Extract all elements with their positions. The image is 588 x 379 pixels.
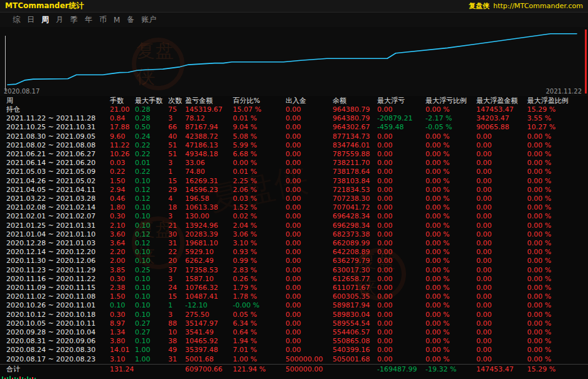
table-cell: 0.00 <box>284 230 331 239</box>
table-cell: 2021.10.25 ~ 2021.10.31 <box>0 123 109 132</box>
table-cell: 74.80 <box>184 168 232 176</box>
column-header-2[interactable]: 最大手数 <box>134 96 167 105</box>
table-row[interactable]: 2020.09.28 ~ 2020.10.041.340.27103541.49… <box>0 328 588 337</box>
table-cell: -459.48 <box>376 123 424 132</box>
table-row[interactable]: 2021.01.04 ~ 2021.01.103.600.123020283.3… <box>0 230 588 239</box>
menu-item-zong[interactable]: 综 <box>13 14 20 25</box>
column-header-1[interactable]: 手数 <box>109 96 134 105</box>
table-cell: 0.84 <box>109 114 134 123</box>
table-row[interactable]: 2020.12.28 ~ 2021.01.033.640.123119681.1… <box>0 239 588 248</box>
table-cell: 0.00 <box>475 266 526 275</box>
table-row[interactable]: 2020.08.31 ~ 2020.09.063.800.103810465.9… <box>0 337 588 346</box>
table-cell: 121.94 % <box>232 364 284 375</box>
brand-url-link[interactable]: http://MTCommander.com <box>493 2 583 10</box>
menu-item-bi[interactable]: 币 <box>99 14 107 25</box>
table-row[interactable]: 2020.11.30 ~ 2020.12.062.000.10206262.49… <box>0 257 588 265</box>
menu-item-zhanghu[interactable]: 账户 <box>141 14 156 25</box>
table-cell: 612658.77 <box>331 275 376 284</box>
chart-right-marker[interactable] <box>585 29 587 93</box>
table-cell: 0.00 % <box>424 150 475 159</box>
table-row[interactable]: 2021.08.02 ~ 2021.08.0811.220.225147186.… <box>0 141 588 150</box>
table-cell: 4 <box>167 195 184 203</box>
table-row[interactable]: 持仓21.000.2875145319.6715.07 %0.00964380.… <box>0 105 588 114</box>
table-cell: 1.00 % <box>232 355 284 365</box>
table-row[interactable]: 2020.11.02 ~ 2020.11.081.500.101510487.4… <box>0 292 588 301</box>
menu-item-bei[interactable]: 备 <box>127 14 134 25</box>
column-header-10[interactable]: 最大浮盈金额 <box>475 96 526 105</box>
table-cell: 0.00 <box>475 150 526 159</box>
table-cell: 3.80 <box>109 337 134 346</box>
table-cell: 696428.34 <box>331 212 376 221</box>
table-cell: 1 <box>167 301 184 310</box>
table-cell: 1.78 % <box>232 292 284 301</box>
column-header-8[interactable]: 最大浮亏 <box>376 96 424 105</box>
table-cell: 15.07 % <box>232 105 284 114</box>
table-row[interactable]: 2021.04.26 ~ 2021.05.021.500.101516269.3… <box>0 177 588 186</box>
table-row[interactable]: 2020.10.12 ~ 2020.10.180.300.103275.500.… <box>0 311 588 319</box>
table-cell: 0.00 % <box>424 177 475 186</box>
table-cell <box>167 364 184 375</box>
table-cell: 10613.38 <box>184 203 232 212</box>
column-header-0[interactable]: 周 <box>0 96 109 105</box>
table-row[interactable]: 2021.04.05 ~ 2021.04.112.940.122914596.2… <box>0 186 588 195</box>
column-header-3[interactable]: 次数 <box>167 96 184 105</box>
table-row[interactable]: 2020.11.16 ~ 2020.11.220.300.1031587.100… <box>0 275 588 284</box>
column-header-7[interactable]: 余额 <box>331 96 376 105</box>
table-cell: 0.00 <box>475 177 526 186</box>
menu-item-nian[interactable]: 年 <box>85 14 92 25</box>
table-cell: 738178.64 <box>331 168 376 176</box>
table-row[interactable]: 2021.06.14 ~ 2021.06.200.030.01333.060.0… <box>0 159 588 168</box>
table-cell: 2020.12.14 ~ 2020.12.20 <box>0 248 109 257</box>
table-cell: 0.00 <box>376 311 424 319</box>
column-header-9[interactable]: 最大浮亏比例 <box>424 96 475 105</box>
menu-item-yue[interactable]: 月 <box>56 14 63 25</box>
table-cell: 35147.97 <box>184 319 232 328</box>
table-cell: 0.25 <box>134 266 167 275</box>
table-cell: 0.00 % <box>424 355 475 365</box>
table-row[interactable]: 2021.10.25 ~ 2021.10.3117.880.506687167.… <box>0 123 588 132</box>
table-row[interactable]: 2021.08.30 ~ 2021.09.059.600.244042388.7… <box>0 132 588 141</box>
mini-histogram <box>0 375 588 379</box>
table-cell: 0.26 % <box>232 275 284 284</box>
table-cell: 0.00 <box>284 212 331 221</box>
table-cell: 0.00 % <box>526 239 588 248</box>
column-header-5[interactable]: 百分比% <box>232 96 284 105</box>
column-header-6[interactable]: 出入金 <box>284 96 331 105</box>
table-row[interactable]: 2021.05.03 ~ 2021.05.090.220.22174.800.0… <box>0 168 588 176</box>
table-row[interactable]: 2020.08.24 ~ 2020.08.3014.011.004935397.… <box>0 346 588 355</box>
table-row[interactable]: 2020.11.09 ~ 2020.11.152.380.102410766.3… <box>0 284 588 292</box>
table-row[interactable]: 2021.02.01 ~ 2021.02.070.300.103130.000.… <box>0 212 588 221</box>
table-cell: 550865.08 <box>331 337 376 346</box>
table-row[interactable]: 2020.10.05 ~ 2020.10.118.970.278835147.9… <box>0 319 588 328</box>
table-cell: 21.00 <box>109 105 134 114</box>
table-cell: 0.10 <box>134 177 167 186</box>
table-cell: 0.12 <box>134 186 167 195</box>
table-cell: 696298.34 <box>331 222 376 230</box>
table-cell: 642208.89 <box>331 248 376 257</box>
table-cell: 0.00 <box>284 311 331 319</box>
table-row[interactable]: 2020.12.14 ~ 2020.12.202.200.10225929.10… <box>0 248 588 257</box>
table-cell: 0.00 % <box>526 132 588 141</box>
menu-item-ji[interactable]: 季 <box>70 14 78 25</box>
table-cell: 0.10 <box>134 337 167 346</box>
table-cell: 707041.72 <box>331 203 376 212</box>
table-cell: 2020.10.05 ~ 2020.10.11 <box>0 319 109 328</box>
menu-item-m[interactable]: M <box>114 16 120 24</box>
table-cell: 2.94 <box>109 186 134 195</box>
table-cell <box>331 364 376 375</box>
table-row[interactable]: 2021.02.08 ~ 2021.02.141.800.101810613.3… <box>0 203 588 212</box>
brand-area: 复盘侠 http://MTCommander.com <box>469 1 583 11</box>
menu-item-ri[interactable]: 日 <box>27 14 35 25</box>
table-row[interactable]: 2020.08.17 ~ 2020.08.233.101.00315001.68… <box>0 355 588 365</box>
column-header-4[interactable]: 盈亏金额 <box>184 96 232 105</box>
table-row[interactable]: 2021.11.22 ~ 2021.11.280.840.28378.120.0… <box>0 114 588 123</box>
table-row[interactable]: 2021.03.22 ~ 2021.03.280.460.124196.580.… <box>0 195 588 203</box>
table-cell: 600305.35 <box>331 292 376 301</box>
table-row[interactable]: 2021.01.25 ~ 2021.01.312.100.102113924.9… <box>0 222 588 230</box>
table-row[interactable]: 2021.06.21 ~ 2021.06.2710.260.225149348.… <box>0 150 588 159</box>
column-header-11[interactable]: 最大浮盈比例 <box>526 96 588 105</box>
menu-item-zhou[interactable]: 周 <box>41 14 49 25</box>
table-row[interactable]: 2020.10.26 ~ 2020.11.010.100.101-12.10-0… <box>0 301 588 310</box>
table-cell: 0.00 <box>284 337 331 346</box>
table-row[interactable]: 2020.11.23 ~ 2020.11.293.850.253717358.5… <box>0 266 588 275</box>
